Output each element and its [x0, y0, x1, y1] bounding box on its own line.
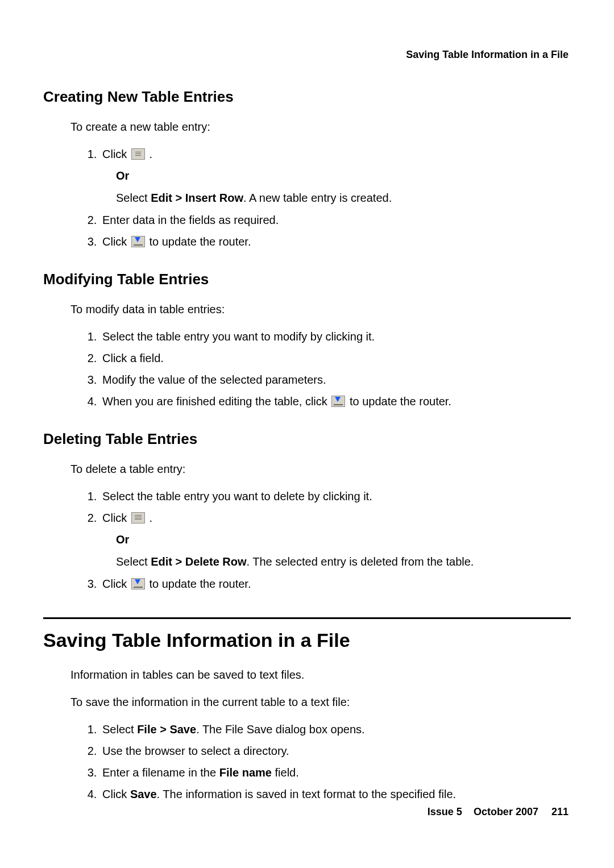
step-text: .	[149, 512, 152, 524]
t: . The File Save dialog box opens.	[196, 723, 364, 736]
step-alt-text: Select Edit > Delete Row. The selected e…	[116, 553, 571, 571]
t: . The selected entry is deleted from the…	[247, 555, 474, 568]
steps-deleting: Select the table entry you want to delet…	[84, 488, 571, 592]
step-text: Click	[102, 578, 130, 590]
menu-path: Edit > Insert Row	[151, 192, 243, 204]
intro-saving-2: To save the information in the current t…	[70, 693, 571, 711]
intro-saving-1: Information in tables can be saved to te…	[70, 666, 571, 683]
menu-path: File > Save	[137, 723, 196, 736]
button-name: Save	[130, 788, 157, 800]
delete-row-icon	[131, 512, 145, 524]
t: field.	[272, 766, 299, 779]
list-item: Modify the value of the selected paramet…	[100, 371, 571, 388]
step-text: When you are finished editing the table,…	[102, 395, 330, 408]
t: Select	[116, 192, 151, 204]
step-text: .	[149, 148, 152, 160]
list-item: Click to update the router.	[100, 575, 571, 592]
list-item: Click . Or Select Edit > Insert Row. A n…	[100, 146, 571, 207]
page-footer: Issue 5 October 2007 211	[428, 806, 569, 818]
t: Click	[102, 788, 130, 800]
apply-icon	[131, 236, 145, 247]
running-header: Saving Table Information in a File	[43, 49, 569, 61]
list-item: Enter data in the fields as required.	[100, 211, 571, 229]
list-item: Click . Or Select Edit > Delete Row. The…	[100, 509, 571, 571]
intro-creating: To create a new table entry:	[70, 118, 571, 135]
step-alt-text: Select Edit > Insert Row. A new table en…	[116, 189, 571, 207]
list-item: Enter a filename in the File name field.	[100, 764, 571, 781]
or-label: Or	[116, 531, 571, 549]
heading-creating: Creating New Table Entries	[43, 88, 571, 106]
apply-icon	[331, 396, 345, 407]
heading-modifying: Modifying Table Entries	[43, 271, 571, 288]
list-item: Select File > Save. The File Save dialog…	[100, 721, 571, 738]
field-name: File name	[219, 766, 272, 779]
or-label: Or	[116, 167, 571, 185]
list-item: Use the browser to select a directory.	[100, 742, 571, 759]
list-item: Click Save. The information is saved in …	[100, 786, 571, 803]
issue-label: Issue 5	[428, 806, 462, 817]
step-text: Click	[102, 512, 130, 524]
footer-date: October 2007	[474, 806, 538, 817]
page-number: 211	[551, 806, 569, 817]
t: Select	[102, 723, 137, 736]
list-item: When you are finished editing the table,…	[100, 393, 571, 410]
list-item: Click to update the router.	[100, 233, 571, 250]
t: . The information is saved in text forma…	[157, 788, 457, 800]
apply-icon	[131, 578, 145, 589]
step-text: to update the router.	[149, 578, 251, 590]
list-item: Select the table entry you want to modif…	[100, 328, 571, 345]
t: Enter a filename in the	[102, 766, 219, 779]
step-text: Click	[102, 235, 130, 248]
list-item: Click a field.	[100, 350, 571, 367]
step-text: Click	[102, 148, 130, 160]
list-item: Select the table entry you want to delet…	[100, 488, 571, 505]
intro-modifying: To modify data in table entries:	[70, 301, 571, 318]
intro-deleting: To delete a table entry:	[70, 460, 571, 477]
step-text: to update the router.	[149, 235, 251, 248]
menu-path: Edit > Delete Row	[151, 555, 246, 568]
heading-deleting: Deleting Table Entries	[43, 430, 571, 448]
step-text: to update the router.	[350, 395, 451, 408]
steps-saving: Select File > Save. The File Save dialog…	[84, 721, 571, 803]
section-divider	[43, 617, 571, 619]
steps-creating: Click . Or Select Edit > Insert Row. A n…	[84, 146, 571, 250]
insert-row-icon	[131, 148, 145, 160]
heading-saving: Saving Table Information in a File	[43, 629, 571, 651]
t: . A new table entry is created.	[243, 192, 392, 204]
t: Select	[116, 555, 151, 568]
steps-modifying: Select the table entry you want to modif…	[84, 328, 571, 410]
